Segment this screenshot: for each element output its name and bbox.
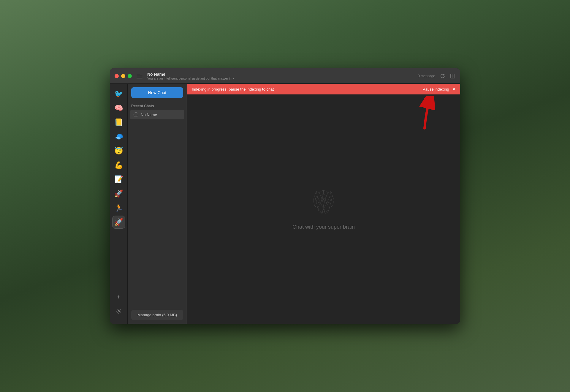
svg-line-26 [328, 208, 330, 212]
app-icon-bird[interactable]: 🐦 [112, 87, 125, 100]
svg-marker-5 [330, 196, 334, 208]
close-button[interactable] [115, 74, 119, 78]
layout-icon[interactable] [450, 73, 455, 79]
window-title: No Name [147, 72, 418, 77]
recent-chats-label: Recent Chats [128, 102, 187, 109]
svg-line-29 [316, 191, 318, 197]
title-bar: No Name You are an intelligent personal … [110, 68, 460, 84]
app-icon-rocket2[interactable]: 🚀 [112, 216, 125, 229]
empty-state-label: Chat with your super brain [292, 224, 355, 230]
svg-line-27 [318, 208, 319, 212]
svg-rect-0 [451, 74, 455, 78]
svg-line-16 [315, 206, 318, 208]
chat-bubble-icon [134, 112, 138, 117]
chat-area: Indexing in progress, pause the indexing… [187, 84, 460, 324]
title-info: No Name You are an intelligent personal … [147, 72, 418, 80]
svg-line-24 [331, 196, 332, 202]
svg-line-15 [330, 206, 332, 208]
chat-item-name: No Name [141, 113, 157, 117]
new-chat-button[interactable]: New Chat [131, 87, 183, 98]
pause-indexing-button[interactable]: Pause indexing [423, 87, 449, 91]
message-count: 0 message [418, 74, 435, 78]
minimize-button[interactable] [121, 74, 125, 78]
indexing-message: Indexing in progress, pause the indexing… [192, 87, 274, 91]
close-banner-button[interactable]: × [453, 87, 455, 91]
app-icon-notebook[interactable]: 📒 [112, 116, 125, 129]
maximize-button[interactable] [128, 74, 132, 78]
sidebar-toggle-button[interactable] [137, 74, 142, 78]
svg-line-10 [319, 193, 322, 199]
indexing-actions: Pause indexing × [423, 87, 455, 91]
app-icon-muscle[interactable]: 💪 [112, 159, 125, 172]
add-app-button[interactable]: + [112, 290, 125, 304]
settings-button[interactable] [112, 305, 125, 318]
svg-marker-3 [321, 190, 332, 203]
svg-line-25 [315, 196, 316, 202]
brain-wireframe [306, 188, 341, 218]
manage-brain-button[interactable]: Manage brain (5.9 MB) [131, 310, 183, 320]
svg-line-28 [330, 191, 331, 197]
svg-marker-6 [313, 196, 318, 208]
main-window: No Name You are an intelligent personal … [110, 68, 460, 324]
svg-line-18 [318, 208, 322, 214]
app-icon-cap[interactable]: 🧢 [112, 130, 125, 143]
indexing-banner: Indexing in progress, pause the indexing… [187, 84, 460, 94]
chat-sidebar: New Chat Recent Chats No Name Manage bra… [128, 84, 187, 324]
app-icon-memo[interactable]: 📝 [112, 173, 125, 186]
traffic-lights [115, 74, 132, 78]
chat-empty-state: Chat with your super brain [187, 94, 460, 324]
gear-icon [116, 308, 122, 314]
app-icon-rocket1[interactable]: 🚀 [112, 187, 125, 200]
app-icon-runner[interactable]: 🏃 [112, 201, 125, 214]
app-icon-brain[interactable]: 🧠 [112, 102, 125, 115]
svg-line-9 [325, 193, 328, 199]
chevron-down-icon[interactable]: ▾ [233, 77, 234, 80]
main-content: 🐦 🧠 📒 🧢 😇 💪 📝 🚀 🏃 🚀 + [110, 84, 460, 324]
refresh-icon[interactable] [440, 73, 445, 79]
app-icon-angel[interactable]: 😇 [112, 144, 125, 157]
window-subtitle: You are an intelligent personal assistan… [147, 77, 418, 80]
chat-list-item[interactable]: No Name [130, 110, 184, 119]
app-sidebar: 🐦 🧠 📒 🧢 😇 💪 📝 🚀 🏃 🚀 + [110, 84, 128, 324]
app-sidebar-bottom: + [112, 290, 125, 320]
svg-marker-4 [315, 190, 327, 203]
svg-point-2 [118, 311, 119, 312]
title-actions: 0 message [418, 73, 455, 79]
svg-line-17 [325, 208, 330, 214]
